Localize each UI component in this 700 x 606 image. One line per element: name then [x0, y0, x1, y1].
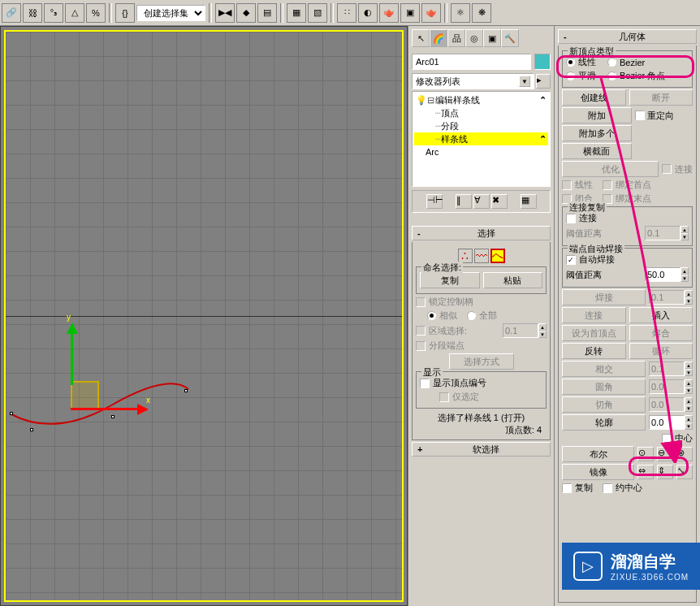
- linear-radio[interactable]: [566, 58, 575, 67]
- reverse-button[interactable]: 反转: [562, 343, 626, 359]
- reorient-checkbox[interactable]: [635, 110, 645, 120]
- tool-brackets-icon[interactable]: {}: [115, 3, 135, 23]
- vertex-point[interactable]: [10, 412, 13, 415]
- modifier-stack[interactable]: 💡 ⊟ 编辑样条线 ⌃ ┈ 顶点 ┈ 分段 ┈: [412, 91, 551, 187]
- tool-align-icon[interactable]: ◆: [236, 3, 256, 23]
- center-checkbox[interactable]: [662, 434, 672, 444]
- segment-mode-icon[interactable]: 〰: [474, 249, 489, 263]
- tool-schematic-icon[interactable]: ∷: [337, 3, 356, 23]
- about-center-checkbox[interactable]: [603, 483, 612, 493]
- bool-int-icon[interactable]: ⊗: [676, 447, 693, 461]
- object-color-swatch[interactable]: [534, 54, 551, 70]
- stack-sub-spline[interactable]: ┈ 样条线 ⌃: [414, 132, 548, 145]
- threshold-value: 0.1: [645, 226, 681, 240]
- spline-curve[interactable]: [6, 357, 201, 438]
- vertex-point[interactable]: [111, 415, 115, 418]
- tool-render-setup-icon[interactable]: 🫖: [379, 3, 399, 23]
- vertex-point[interactable]: [184, 389, 188, 392]
- auto-weld-checkbox[interactable]: [566, 255, 576, 265]
- modifier-list-dropdown[interactable]: 修改器列表 ▼: [412, 73, 534, 89]
- attach-mult-button[interactable]: 附加多个: [562, 125, 632, 141]
- tool-angle-icon[interactable]: △: [65, 3, 84, 23]
- spline-mode-icon[interactable]: へ: [490, 249, 505, 263]
- insert-button[interactable]: 插入: [629, 307, 694, 323]
- smooth-radio[interactable]: [566, 71, 575, 80]
- configure-sets-icon[interactable]: ▦: [521, 194, 537, 209]
- auto-weld-label: 自动焊接: [579, 253, 615, 266]
- paste-button[interactable]: 粘贴: [483, 272, 543, 288]
- bool-sub-icon[interactable]: ⊖: [657, 447, 673, 461]
- expand-icon[interactable]: ⌃: [539, 95, 547, 106]
- stack-sub-segment[interactable]: ┈ 分段: [414, 119, 548, 132]
- tool-link-icon[interactable]: 🔗: [2, 3, 21, 23]
- tool-dope-icon[interactable]: ▧: [308, 3, 327, 23]
- threshold2-value[interactable]: 50.0: [645, 267, 681, 282]
- tool-percent-icon[interactable]: %: [86, 3, 106, 23]
- intersect-button: 相交: [562, 361, 646, 377]
- show-end-icon[interactable]: ‖: [456, 194, 472, 209]
- bezier-corner-radio[interactable]: [607, 71, 616, 80]
- remove-mod-icon[interactable]: ✖: [491, 194, 508, 209]
- bezier-radio[interactable]: [607, 58, 616, 67]
- expand-icon[interactable]: ⌃: [539, 134, 547, 145]
- tool-curve-editor-icon[interactable]: ▦: [287, 3, 306, 23]
- x-axis[interactable]: [71, 408, 144, 410]
- tab-create-icon[interactable]: ↖: [412, 29, 430, 47]
- tab-motion-icon[interactable]: ◎: [465, 29, 483, 47]
- separator: [209, 3, 212, 23]
- tool-constraint-icon[interactable]: °₃: [44, 3, 63, 23]
- rollout-geometry[interactable]: - 几何体: [558, 29, 697, 44]
- mirror-v-icon[interactable]: ⇕: [657, 465, 673, 479]
- show-vertex-num-checkbox[interactable]: [420, 379, 430, 388]
- tool-reactor2-icon[interactable]: ❋: [472, 3, 491, 23]
- modifier-sets-button[interactable]: ▸: [536, 74, 551, 89]
- outline-value[interactable]: 0.0: [649, 415, 685, 430]
- y-axis[interactable]: [71, 328, 73, 385]
- create-line-button[interactable]: 创建线: [562, 89, 626, 106]
- tool-material-icon[interactable]: ◐: [358, 3, 378, 23]
- vertex-point[interactable]: [30, 428, 33, 431]
- tool-render-frame-icon[interactable]: ▣: [400, 3, 420, 23]
- pin-stack-icon[interactable]: ⊣⊢: [426, 194, 443, 209]
- watermark: ▷ 溜溜自学 ZIXUE.3D66.COM: [562, 543, 700, 590]
- stack-sub-vertex[interactable]: ┈ 顶点: [414, 106, 548, 119]
- spinner-icon[interactable]: ▲▼: [681, 267, 689, 282]
- tool-mirror-icon[interactable]: ▶◀: [215, 3, 235, 23]
- selection-set-dropdown[interactable]: 创建选择集: [136, 5, 205, 21]
- collapse-icon[interactable]: ⊟: [426, 95, 435, 106]
- rollout-soft-selection[interactable]: + 软选择: [412, 442, 551, 457]
- command-tabs: ↖ 🌈 品 ◎ ▣ 🔨: [412, 29, 551, 47]
- spinner-icon[interactable]: ▲▼: [685, 415, 693, 430]
- cross-section-button[interactable]: 横截面: [562, 143, 632, 159]
- outline-button[interactable]: 轮廓: [562, 414, 646, 431]
- copy2-checkbox[interactable]: [562, 483, 572, 493]
- connect2-checkbox[interactable]: [566, 214, 576, 223]
- tool-layer-icon[interactable]: ▤: [257, 3, 277, 23]
- stack-item-edit-spline[interactable]: 💡 ⊟ 编辑样条线 ⌃: [414, 93, 548, 106]
- stack-label: 分段: [441, 120, 459, 132]
- tab-hierarchy-icon[interactable]: 品: [447, 29, 465, 47]
- object-name-field[interactable]: Arc01: [412, 54, 531, 70]
- tool-unlink-icon[interactable]: ⛓: [23, 3, 42, 23]
- make-unique-icon[interactable]: ∀: [473, 194, 490, 209]
- copy-button[interactable]: 复制: [420, 272, 480, 288]
- mirror-button[interactable]: 镜像: [562, 464, 634, 480]
- viewport[interactable]: x y: [0, 26, 408, 606]
- mirror-b-icon[interactable]: ⤡: [676, 465, 693, 479]
- tool-render-icon[interactable]: 🫖: [421, 3, 441, 23]
- attach-button[interactable]: 附加: [562, 107, 632, 123]
- tab-modify-icon[interactable]: 🌈: [430, 29, 447, 47]
- selection-status-1: 选择了样条线 1 (打开): [416, 412, 547, 424]
- tool-reactor-icon[interactable]: ⚛: [451, 3, 470, 23]
- tab-display-icon[interactable]: ▣: [483, 29, 501, 47]
- lock-handles-label: 锁定控制柄: [429, 296, 473, 308]
- stack-base-arc[interactable]: Arc: [414, 145, 548, 158]
- intersect-value: 0.1: [649, 361, 685, 376]
- mirror-h-icon[interactable]: ⇔: [637, 465, 654, 479]
- bool-union-icon[interactable]: ⊙: [637, 447, 654, 461]
- gizmo-box[interactable]: [71, 381, 99, 409]
- tab-utilities-icon[interactable]: 🔨: [501, 29, 519, 47]
- separator: [444, 3, 447, 23]
- rollout-selection[interactable]: - 选择: [412, 226, 551, 240]
- boolean-button[interactable]: 布尔: [562, 446, 634, 462]
